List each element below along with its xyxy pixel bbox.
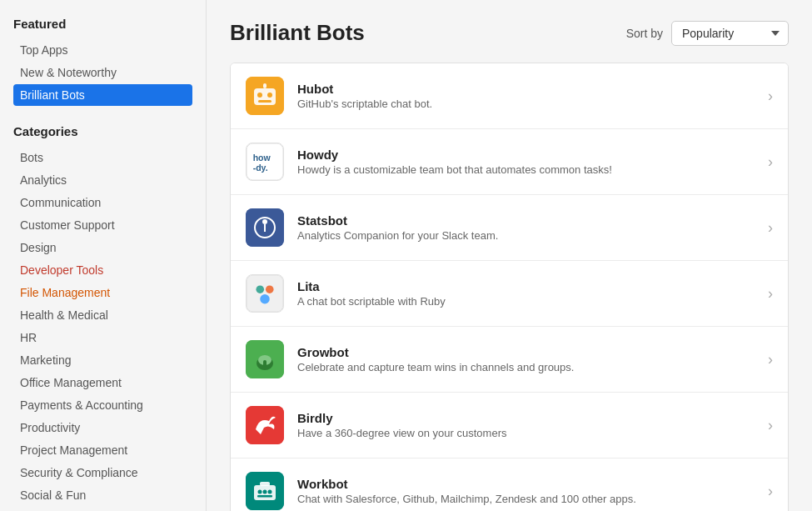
app-name-howdy: Howdy — [297, 148, 758, 162]
app-name-growbot: Growbot — [297, 345, 758, 359]
app-name-lita: Lita — [297, 279, 758, 293]
sidebar-category-design[interactable]: Design — [13, 237, 192, 258]
app-icon-statsbot — [246, 208, 284, 247]
sidebar: Featured Top AppsNew & NoteworthyBrillia… — [0, 0, 207, 511]
app-item-hubot[interactable]: HubotGitHub's scriptable chat bot.› — [231, 63, 788, 129]
sort-label: Sort by — [626, 27, 663, 40]
svg-point-27 — [268, 490, 272, 494]
svg-point-2 — [257, 93, 262, 98]
sidebar-category-office-management[interactable]: Office Management — [13, 372, 192, 393]
svg-point-14 — [256, 285, 264, 293]
sidebar-category-project-management[interactable]: Project Management — [13, 439, 192, 461]
app-desc-birdly: Have a 360-degree view on your customers — [297, 427, 758, 439]
apps-list: HubotGitHub's scriptable chat bot.› how … — [230, 63, 789, 511]
sidebar-category-marketing[interactable]: Marketing — [13, 349, 192, 371]
sidebar-link-brilliant-bots[interactable]: Brilliant Bots — [13, 84, 192, 106]
app-chevron-birdly: › — [768, 417, 773, 434]
app-info-workbot: WorkbotChat with Salesforce, Github, Mai… — [297, 477, 758, 505]
app-icon-birdly — [246, 406, 284, 444]
sidebar-category-bots[interactable]: Bots — [13, 147, 192, 168]
app-desc-statsbot: Analytics Companion for your Slack team. — [297, 229, 758, 242]
category-links: BotsAnalyticsCommunicationCustomer Suppo… — [13, 147, 192, 511]
sidebar-category-productivity[interactable]: Productivity — [13, 417, 192, 438]
app-chevron-workbot: › — [768, 483, 773, 500]
svg-rect-24 — [260, 482, 270, 486]
svg-text:how: how — [253, 153, 271, 163]
app-desc-growbot: Celebrate and capture team wins in chann… — [297, 361, 758, 373]
app-name-hubot: Hubot — [297, 82, 758, 96]
app-desc-lita: A chat bot scriptable with Ruby — [297, 295, 758, 308]
sidebar-link-new-noteworthy[interactable]: New & Noteworthy — [13, 62, 192, 83]
svg-rect-4 — [258, 100, 271, 103]
app-info-statsbot: StatsbotAnalytics Companion for your Sla… — [297, 213, 758, 242]
app-name-statsbot: Statsbot — [297, 213, 758, 228]
app-desc-workbot: Chat with Salesforce, Github, Mailchimp,… — [297, 493, 758, 505]
app-info-howdy: HowdyHowdy is a customizable team bot th… — [297, 148, 758, 176]
sort-select[interactable]: PopularityAlphabeticalRecently Added — [671, 21, 789, 46]
main-content: Brilliant Bots Sort by PopularityAlphabe… — [207, 0, 812, 511]
app-chevron-statsbot: › — [768, 219, 773, 237]
app-info-growbot: GrowbotCelebrate and capture team wins i… — [297, 345, 758, 373]
sidebar-category-health-medical[interactable]: Health & Medical — [13, 304, 192, 326]
app-item-lita[interactable]: LitaA chat bot scriptable with Ruby› — [231, 261, 788, 327]
categories-section: Categories BotsAnalyticsCommunicationCus… — [13, 124, 192, 511]
featured-links: Top AppsNew & NoteworthyBrilliant Bots — [13, 39, 192, 106]
app-info-birdly: BirdlyHave a 360-degree view on your cus… — [297, 411, 758, 439]
featured-title: Featured — [13, 17, 192, 31]
app-icon-lita — [246, 274, 284, 313]
sidebar-category-social-fun[interactable]: Social & Fun — [13, 484, 192, 506]
app-item-howdy[interactable]: how -dy. HowdyHowdy is a customizable te… — [231, 129, 788, 195]
app-name-workbot: Workbot — [297, 477, 758, 491]
app-desc-hubot: GitHub's scriptable chat bot. — [297, 98, 758, 110]
app-item-statsbot[interactable]: StatsbotAnalytics Companion for your Sla… — [231, 195, 788, 261]
sidebar-category-communication[interactable]: Communication — [13, 192, 192, 213]
svg-point-16 — [260, 294, 269, 303]
sidebar-category-file-management[interactable]: File Management — [13, 282, 192, 303]
app-name-birdly: Birdly — [297, 411, 758, 425]
app-info-hubot: HubotGitHub's scriptable chat bot. — [297, 82, 758, 110]
sidebar-category-customer-support[interactable]: Customer Support — [13, 214, 192, 236]
sidebar-category-analytics[interactable]: Analytics — [13, 169, 192, 191]
sort-bar: Sort by PopularityAlphabeticalRecently A… — [626, 21, 789, 46]
app-desc-howdy: Howdy is a customizable team bot that au… — [297, 163, 758, 176]
sidebar-link-top-apps[interactable]: Top Apps — [13, 39, 192, 61]
svg-text:-dy.: -dy. — [253, 163, 268, 173]
page-title: Brilliant Bots — [230, 20, 365, 46]
svg-rect-5 — [263, 83, 267, 88]
svg-point-26 — [263, 490, 267, 494]
sidebar-category-security-compliance[interactable]: Security & Compliance — [13, 462, 192, 483]
sidebar-category-developer-tools[interactable]: Developer Tools — [13, 259, 192, 281]
svg-rect-13 — [247, 275, 283, 312]
main-header: Brilliant Bots Sort by PopularityAlphabe… — [230, 20, 789, 46]
svg-point-15 — [266, 285, 274, 293]
categories-title: Categories — [13, 124, 192, 138]
app-chevron-lita: › — [768, 285, 773, 303]
app-info-lita: LitaA chat bot scriptable with Ruby — [297, 279, 758, 308]
sidebar-category-hr[interactable]: HR — [13, 327, 192, 348]
app-chevron-growbot: › — [768, 351, 773, 368]
app-item-growbot[interactable]: GrowbotCelebrate and capture team wins i… — [231, 327, 788, 393]
svg-point-3 — [267, 93, 272, 98]
sidebar-category-payments-accounting[interactable]: Payments & Accounting — [13, 394, 192, 416]
app-icon-hubot — [246, 77, 284, 115]
app-icon-workbot — [246, 472, 284, 510]
svg-point-25 — [258, 490, 262, 494]
app-icon-howdy: how -dy. — [246, 143, 284, 181]
svg-rect-28 — [257, 495, 272, 498]
app-item-workbot[interactable]: WorkbotChat with Salesforce, Github, Mai… — [231, 458, 788, 511]
app-chevron-hubot: › — [768, 88, 773, 105]
app-icon-growbot — [246, 340, 284, 378]
app-chevron-howdy: › — [768, 153, 773, 171]
sidebar-category-travel[interactable]: Travel — [13, 507, 192, 511]
svg-rect-20 — [263, 360, 267, 367]
svg-point-11 — [262, 219, 267, 224]
app-item-birdly[interactable]: BirdlyHave a 360-degree view on your cus… — [231, 393, 788, 458]
